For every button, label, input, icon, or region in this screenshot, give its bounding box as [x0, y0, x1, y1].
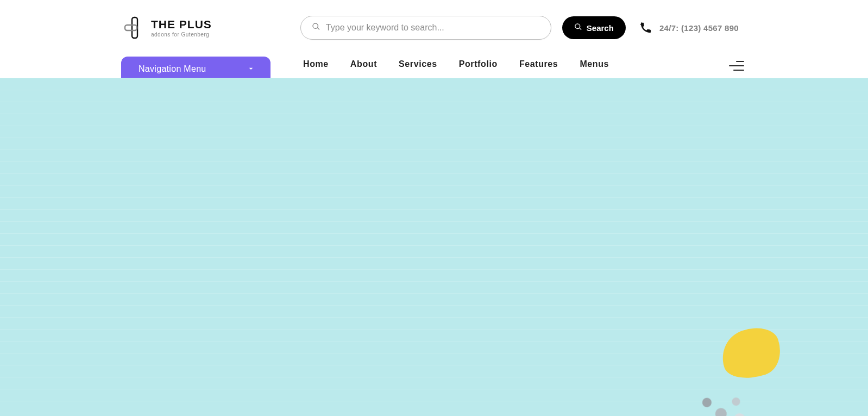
nav-item-services[interactable]: Services [399, 59, 437, 69]
primary-nav: Home About Services Portfolio Features M… [303, 59, 609, 69]
search-input[interactable] [326, 23, 540, 33]
hamburger-menu-icon[interactable] [729, 61, 744, 71]
nav-item-home[interactable]: Home [303, 59, 329, 69]
nav-item-portfolio[interactable]: Portfolio [459, 59, 498, 69]
logo-subtitle: addons for Gutenberg [151, 32, 212, 38]
logo-text: THE PLUS addons for Gutenberg [151, 18, 212, 38]
chevron-down-icon [247, 64, 255, 75]
search-icon [312, 22, 320, 33]
navigation-menu-label: Navigation Menu [139, 64, 206, 74]
search-field[interactable] [300, 16, 551, 40]
svg-rect-1 [125, 25, 137, 30]
phone-icon: + [640, 22, 652, 34]
search-area: Search [300, 16, 626, 40]
logo-title: THE PLUS [151, 18, 212, 30]
nav-item-menus[interactable]: Menus [580, 59, 609, 69]
hero-decorative-image [662, 329, 781, 416]
logo-mark-icon [124, 16, 144, 39]
nav-item-features[interactable]: Features [519, 59, 558, 69]
top-bar: THE PLUS addons for Gutenberg Search [0, 0, 868, 55]
contact-phone-label: 24/7: (123) 4567 890 [659, 23, 739, 33]
hero-section [0, 78, 868, 416]
svg-text:+: + [640, 22, 643, 27]
site-logo[interactable]: THE PLUS addons for Gutenberg [124, 16, 212, 39]
search-icon [574, 23, 582, 33]
nav-bar: Navigation Menu Home About Services Port… [0, 55, 868, 78]
search-button-label: Search [587, 23, 614, 33]
contact-phone[interactable]: + 24/7: (123) 4567 890 [640, 22, 739, 34]
nav-item-about[interactable]: About [350, 59, 377, 69]
search-button[interactable]: Search [562, 16, 626, 39]
